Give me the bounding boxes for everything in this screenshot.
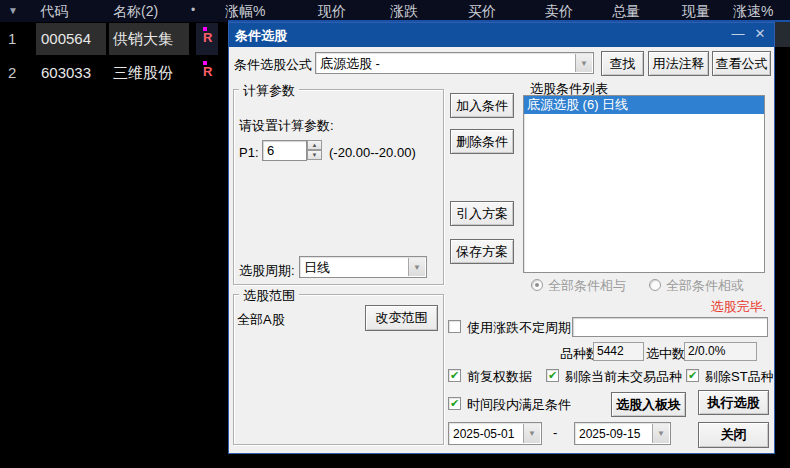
usage-notes-button[interactable]: 用法注释 [648, 51, 709, 76]
radio-and-label: 全部条件相与 [548, 277, 626, 295]
check-icon: ✔ [688, 370, 697, 381]
background-panel [775, 22, 790, 47]
calc-params-hint: 请设置计算参数: [239, 117, 334, 135]
date-to-value: 2025-09-15 [579, 427, 640, 441]
exclude-st-label: 剔除ST品种 [705, 368, 774, 386]
chevron-down-icon[interactable]: ▼ [408, 258, 425, 276]
column-bid[interactable]: 买价 [468, 3, 496, 21]
select-to-block-button[interactable]: 选股入板块 [611, 392, 686, 417]
check-icon: ✔ [548, 370, 557, 381]
table-row[interactable]: 2 603033 三维股份 R [0, 56, 228, 90]
selected-count-label: 选中数 [646, 345, 685, 363]
dialog-title: 条件选股 [235, 27, 287, 45]
exclude-untraded-label: 剔除当前未交易品种 [565, 368, 682, 386]
date-from-value: 2025-05-01 [453, 427, 514, 441]
p1-input[interactable]: 6 [262, 140, 307, 161]
save-plan-button[interactable]: 保存方案 [450, 239, 514, 264]
column-change[interactable]: 涨跌 [390, 3, 418, 21]
add-condition-button[interactable]: 加入条件 [450, 93, 514, 118]
close-dialog-button[interactable]: 关闭 [698, 422, 769, 448]
p1-range: (-20.00--20.00) [329, 145, 416, 160]
irregular-period-label: 使用涨跌不定周期 [467, 319, 571, 337]
condition-stock-dialog: 条件选股 — ✕ 条件选股公式 底源选股 - ▼ 查找 用法注释 查看公式 计算… [228, 22, 775, 454]
view-formula-button[interactable]: 查看公式 [712, 51, 771, 76]
radio-and [531, 279, 543, 291]
remove-condition-button[interactable]: 删除条件 [450, 129, 514, 154]
sort-dropdown-icon[interactable]: ▼ [8, 5, 18, 16]
formula-combobox[interactable]: 底源选股 - ▼ [315, 52, 594, 74]
find-button[interactable]: 查找 [601, 51, 644, 76]
change-scope-button[interactable]: 改变范围 [365, 305, 438, 331]
margin-badge: R [203, 61, 212, 77]
margin-badge: R [203, 27, 212, 43]
column-name[interactable]: 名称(2) [113, 3, 158, 21]
p1-label: P1: [239, 145, 259, 160]
row-index: 2 [8, 64, 16, 81]
minimize-icon[interactable]: — [728, 26, 748, 41]
column-change-pct[interactable]: 涨幅% [225, 3, 265, 21]
chevron-down-icon[interactable]: ▼ [575, 54, 592, 72]
forward-adjusted-label: 前复权数据 [467, 368, 532, 386]
exclude-st-checkbox[interactable]: ✔ [686, 369, 699, 382]
condition-list-item[interactable]: 底源选股 (6) 日线 [524, 96, 764, 114]
period-label: 选股周期: [239, 262, 295, 280]
chevron-down-icon[interactable]: ▼ [523, 424, 540, 443]
margin-badge-letter: R [203, 64, 212, 79]
stock-name: 三维股份 [113, 64, 173, 83]
spinner-up-icon[interactable]: ▲ [307, 140, 322, 150]
column-code[interactable]: 代码 [40, 3, 68, 21]
period-combobox[interactable]: 日线 ▼ [299, 256, 427, 278]
period-value: 日线 [304, 259, 330, 277]
row-index: 1 [8, 30, 16, 47]
table-header: ▼ 代码 名称(2) • 涨幅% 现价 涨跌 买价 卖价 总量 现量 涨速% [0, 0, 790, 22]
irregular-period-input[interactable] [572, 317, 768, 337]
check-icon: ✔ [450, 370, 459, 381]
date-from-combobox[interactable]: 2025-05-01 ▼ [448, 422, 542, 445]
import-plan-button[interactable]: 引入方案 [450, 201, 514, 226]
time-range-checkbox[interactable]: ✔ [448, 397, 461, 410]
table-row[interactable]: 1 000564 供销大集 R [0, 22, 228, 56]
radio-or-label: 全部条件相或 [666, 277, 744, 295]
column-cur-volume[interactable]: 现量 [682, 3, 710, 21]
exclude-untraded-checkbox[interactable]: ✔ [546, 369, 559, 382]
column-marker-icon: • [191, 3, 195, 17]
forward-adjusted-checkbox[interactable]: ✔ [448, 369, 461, 382]
radio-or [649, 279, 661, 291]
total-count-value: 5442 [593, 342, 644, 361]
formula-value: 底源选股 - [320, 55, 380, 73]
status-text: 选股完毕. [710, 298, 766, 316]
stock-name: 供销大集 [113, 30, 173, 49]
irregular-period-checkbox[interactable] [448, 320, 461, 333]
execute-selection-button[interactable]: 执行选股 [698, 390, 769, 415]
time-range-label: 时间段内满足条件 [467, 396, 571, 414]
check-icon: ✔ [450, 398, 459, 409]
column-speed[interactable]: 涨速% [733, 3, 773, 21]
condition-listbox[interactable]: 底源选股 (6) 日线 [523, 95, 765, 273]
calc-params-title: 计算参数 [239, 82, 299, 100]
spinner-down-icon[interactable]: ▼ [307, 150, 322, 160]
column-price[interactable]: 现价 [318, 3, 346, 21]
scope-title: 选股范围 [239, 287, 299, 305]
dialog-titlebar[interactable]: 条件选股 — ✕ [229, 23, 774, 47]
stock-code: 000564 [41, 30, 91, 47]
date-separator: - [553, 425, 557, 440]
margin-badge-letter: R [203, 30, 212, 45]
stock-code: 603033 [41, 64, 91, 81]
column-volume[interactable]: 总量 [612, 3, 640, 21]
close-icon[interactable]: ✕ [750, 26, 770, 41]
column-ask[interactable]: 卖价 [545, 3, 573, 21]
scope-value: 全部A股 [237, 311, 285, 329]
formula-label: 条件选股公式 [234, 56, 312, 74]
selected-count-value: 2/0.0% [684, 342, 757, 361]
chevron-down-icon[interactable]: ▼ [652, 424, 669, 443]
radio-dot-icon [535, 283, 539, 287]
date-to-combobox[interactable]: 2025-09-15 ▼ [574, 422, 671, 445]
